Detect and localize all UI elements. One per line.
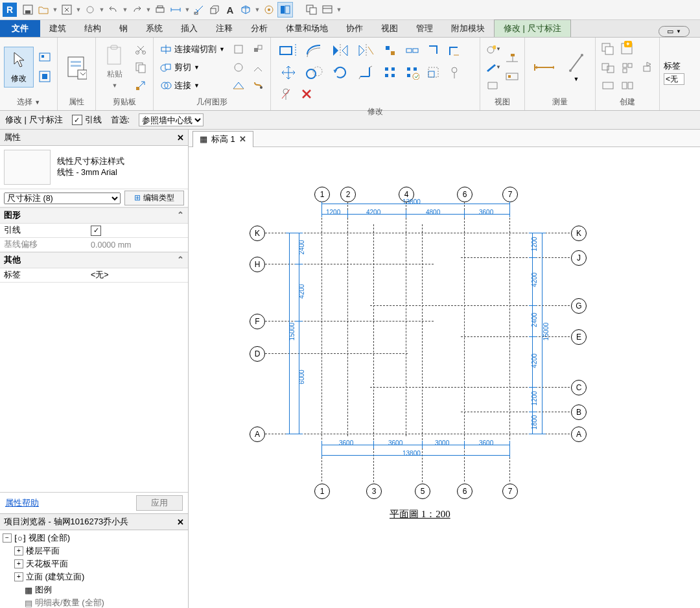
move-icon[interactable] <box>277 64 299 82</box>
tab-file[interactable]: 文件 <box>0 20 40 37</box>
print-icon[interactable] <box>153 3 167 17</box>
tab-insert[interactable]: 插入 <box>172 20 207 37</box>
window-icon[interactable] <box>305 3 319 17</box>
tab-annotate[interactable]: 注释 <box>207 20 242 37</box>
geom-c-icon[interactable] <box>230 77 247 94</box>
select-context-icon[interactable] <box>36 68 53 85</box>
hide-icon[interactable]: ▼ <box>484 41 501 58</box>
dropdown-icon[interactable]: ▼ <box>122 6 128 13</box>
measure-icon[interactable] <box>169 3 183 17</box>
undo-icon[interactable] <box>106 3 121 17</box>
dropdown-icon[interactable]: ▼ <box>75 6 82 13</box>
filters-panel-icon[interactable] <box>277 2 293 18</box>
geom-d-icon[interactable] <box>250 41 266 58</box>
tab-manage[interactable]: 管理 <box>407 20 442 37</box>
dropdown-icon[interactable]: ▼ <box>145 6 152 13</box>
close-icon[interactable]: ✕ <box>177 133 184 143</box>
match-icon[interactable] <box>132 77 149 94</box>
connect-end-cut-button[interactable]: 连接端切割▼ <box>158 42 228 56</box>
unpin-icon[interactable] <box>277 86 294 102</box>
properties-button[interactable] <box>62 54 91 81</box>
dropdown-icon[interactable]: ▼ <box>336 6 342 13</box>
scale-icon[interactable] <box>425 64 442 81</box>
mirror-draw-icon[interactable] <box>355 41 377 60</box>
dropdown-icon[interactable]: ▼ <box>254 6 261 13</box>
filter-icon[interactable] <box>192 3 206 17</box>
dropdown-icon[interactable]: ▼ <box>99 6 105 13</box>
switch-window-icon[interactable] <box>320 3 334 17</box>
tree-schedules[interactable]: ▤明细表/数量 (全部) <box>14 596 185 608</box>
tree-root[interactable]: −⁅○⁆视图 (全部) <box>3 532 185 544</box>
rotate-icon[interactable] <box>329 64 351 82</box>
tab-massing[interactable]: 体量和场地 <box>277 20 337 37</box>
edit-type-button[interactable]: ⊞ 编辑类型 <box>124 191 184 205</box>
open-icon[interactable] <box>36 3 51 17</box>
tab-architecture[interactable]: 建筑 <box>40 20 75 37</box>
properties-help-link[interactable]: 属性帮助 <box>5 497 39 509</box>
split-gap-icon[interactable] <box>403 42 421 59</box>
tab-analyze[interactable]: 分析 <box>242 20 277 37</box>
modify-button[interactable]: 修改 <box>4 47 34 88</box>
section-other[interactable]: 其他⌃ <box>0 252 188 268</box>
view-tab-level1[interactable]: ▦ 标高 1 ✕ <box>192 131 253 147</box>
prop-tag[interactable]: 标签 <无> <box>0 268 188 283</box>
tree-ceilingplans[interactable]: +天花板平面 <box>14 557 185 570</box>
tree-floorplans[interactable]: +楼层平面 <box>14 544 185 557</box>
save-as-icon[interactable] <box>60 3 74 17</box>
leader-check[interactable]: ✓ <box>91 226 101 236</box>
tab-systems[interactable]: 系统 <box>137 20 172 37</box>
trim2-icon[interactable] <box>446 42 463 59</box>
measure2-button[interactable]: ▼ <box>561 49 591 86</box>
prop-leader[interactable]: 引线 ✓ <box>0 224 188 238</box>
select-filter-icon[interactable] <box>36 50 53 67</box>
tag-value-input[interactable] <box>664 73 684 85</box>
close-view-icon[interactable]: ✕ <box>239 134 246 144</box>
copy-icon2[interactable] <box>303 64 325 82</box>
tree-legends[interactable]: ▦图例 <box>14 583 185 596</box>
create-e-icon[interactable] <box>638 59 655 76</box>
create-f-icon[interactable] <box>600 77 616 94</box>
geom-b-icon[interactable] <box>230 59 247 76</box>
tab-modify-dimension[interactable]: 修改 | 尺寸标注 <box>494 19 571 37</box>
close-icon[interactable]: ✕ <box>177 517 184 527</box>
tab-structure[interactable]: 结构 <box>75 20 110 37</box>
split-icon[interactable] <box>381 42 399 59</box>
model-icon[interactable] <box>207 3 222 17</box>
create-a-icon[interactable] <box>600 41 616 58</box>
geom-e-icon[interactable] <box>250 59 266 76</box>
paste-button[interactable]: 粘贴 ▼ <box>100 42 130 92</box>
sync-icon[interactable] <box>83 3 97 17</box>
tab-steel[interactable]: 钢 <box>110 20 137 37</box>
text-icon[interactable]: A <box>223 3 237 17</box>
dropdown-icon[interactable]: ▼ <box>52 6 58 13</box>
visibility-icon[interactable] <box>262 3 276 17</box>
first-select[interactable]: 参照墙中心线 <box>139 113 204 126</box>
instance-filter[interactable]: 尺寸标注 (8) <box>4 193 121 204</box>
copy-icon[interactable] <box>132 59 149 76</box>
cut-button[interactable]: 剪切▼ <box>158 60 228 75</box>
ribbon-expand-pill[interactable]: ▭▼ <box>659 26 690 37</box>
redo-icon[interactable] <box>130 3 144 17</box>
measure-button[interactable] <box>529 54 559 81</box>
delete-icon[interactable] <box>298 86 315 102</box>
mirror-icon[interactable] <box>329 41 351 60</box>
drawing-area[interactable]: 1 2 4 6 7 1 3 5 6 7 K H F D A K J G E C … <box>189 146 700 608</box>
apply-button[interactable]: 应用 <box>136 495 183 511</box>
tab-view[interactable]: 视图 <box>372 20 407 37</box>
paint-icon[interactable]: ▼ <box>484 59 501 76</box>
type-selector[interactable]: 线性尺寸标注样式 线性 - 3mm Arial <box>0 146 188 189</box>
tab-collaborate[interactable]: 协作 <box>337 20 372 37</box>
drawing-canvas[interactable]: ▦ 标高 1 ✕ 1 2 4 6 7 1 3 5 6 7 K H F D A K <box>189 130 700 608</box>
geom-a-icon[interactable] <box>230 41 247 58</box>
join-button[interactable]: 连接▼ <box>158 78 228 93</box>
dropdown-icon[interactable]: ▼ <box>184 6 191 13</box>
geom-f-icon[interactable] <box>250 77 266 94</box>
trim-corner-icon[interactable] <box>355 64 377 82</box>
create-d-icon[interactable] <box>619 59 636 76</box>
tab-addins[interactable]: 附加模块 <box>442 20 494 37</box>
cut-icon[interactable] <box>132 41 149 58</box>
view-a-icon[interactable] <box>504 50 520 67</box>
trim1-icon[interactable] <box>425 42 442 59</box>
leader-checkbox[interactable]: ✓引线 <box>72 114 102 126</box>
align-icon[interactable] <box>277 41 299 60</box>
